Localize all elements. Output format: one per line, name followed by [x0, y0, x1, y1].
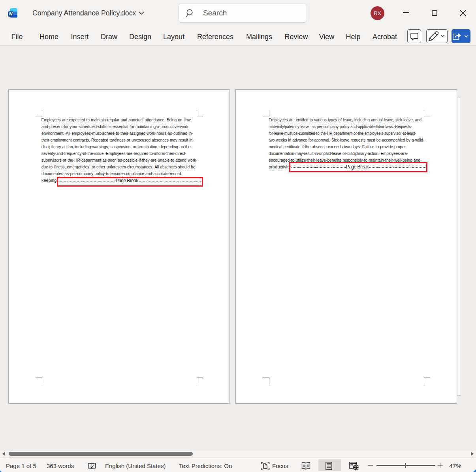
- svg-text:W: W: [9, 12, 13, 16]
